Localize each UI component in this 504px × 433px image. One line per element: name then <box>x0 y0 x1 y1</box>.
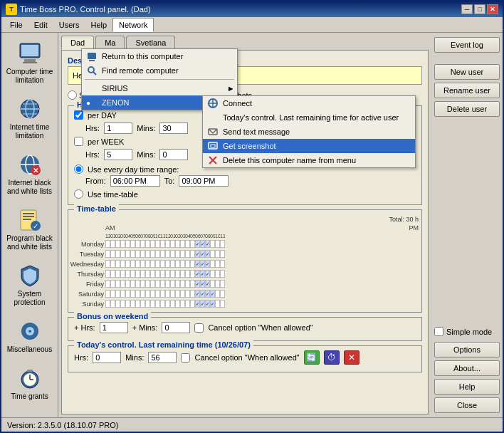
timetable-cell[interactable] <box>145 240 150 248</box>
timetable-cell[interactable] <box>185 260 190 268</box>
timetable-cell[interactable] <box>145 300 150 308</box>
timetable-cell[interactable] <box>190 290 195 298</box>
timetable-cell[interactable] <box>160 280 165 288</box>
timetable-cell[interactable]: ✓ <box>200 240 205 248</box>
timetable-cell[interactable] <box>115 280 120 288</box>
tc-green-btn[interactable]: 🔄 <box>304 350 320 365</box>
timetable-cell[interactable] <box>125 260 130 268</box>
timetable-cell[interactable] <box>175 300 180 308</box>
use-every-day-radio[interactable] <box>74 165 83 174</box>
timetable-cell[interactable] <box>115 300 120 308</box>
mins2-input[interactable] <box>159 149 188 160</box>
timetable-cell[interactable] <box>120 270 125 278</box>
menu-users[interactable]: Users <box>53 19 85 31</box>
ctx-send-message[interactable]: Send text message <box>203 125 415 139</box>
bonus-cancel-checkbox[interactable] <box>194 323 204 333</box>
timetable-cell[interactable] <box>175 280 180 288</box>
timetable-cell[interactable] <box>170 250 175 258</box>
timetable-cell[interactable] <box>135 250 140 258</box>
timetable-cell[interactable]: ✓ <box>205 270 210 278</box>
timetable-cell[interactable] <box>215 260 220 268</box>
timetable-cell[interactable] <box>170 280 175 288</box>
timetable-cell[interactable] <box>210 260 215 268</box>
timetable-cell[interactable]: ✓ <box>210 300 215 308</box>
timetable-cell[interactable]: ✓ <box>195 240 200 248</box>
per-week-checkbox[interactable] <box>74 137 83 146</box>
timetable-cell[interactable] <box>155 270 160 278</box>
timetable-cell[interactable] <box>150 260 155 268</box>
delete-user-button[interactable]: Delete user <box>434 101 500 117</box>
network-sirius[interactable]: SIRIUS ▶ <box>82 81 237 95</box>
timetable-cell[interactable]: ✓ <box>195 250 200 258</box>
timetable-cell[interactable] <box>175 290 180 298</box>
timetable-cell[interactable]: ✓ <box>205 300 210 308</box>
timetable-cell[interactable] <box>105 280 110 288</box>
timetable-cell[interactable] <box>165 250 170 258</box>
ctx-todays-control[interactable]: Today's control. Last remaining time for… <box>203 110 415 125</box>
ctx-get-screenshot[interactable]: Get screenshot <box>203 139 415 153</box>
timetable-cell[interactable] <box>130 280 135 288</box>
timetable-cell[interactable] <box>170 240 175 248</box>
tab-ma[interactable]: Ma <box>95 36 125 50</box>
timetable-cell[interactable]: ✓ <box>195 300 200 308</box>
timetable-cell[interactable] <box>220 280 225 288</box>
timetable-cell[interactable] <box>210 250 215 258</box>
per-day-checkbox[interactable] <box>74 110 83 120</box>
timetable-cell[interactable] <box>110 250 115 258</box>
timetable-cell[interactable] <box>215 280 220 288</box>
timetable-cell[interactable] <box>220 260 225 268</box>
timetable-cell[interactable] <box>130 260 135 268</box>
timetable-cell[interactable] <box>210 280 215 288</box>
timetable-cell[interactable] <box>110 240 115 248</box>
timetable-cell[interactable] <box>140 290 145 298</box>
timetable-cell[interactable]: ✓ <box>205 280 210 288</box>
timetable-cell[interactable] <box>175 270 180 278</box>
timetable-cell[interactable] <box>190 270 195 278</box>
timetable-cell[interactable] <box>130 300 135 308</box>
timetable-cell[interactable] <box>165 280 170 288</box>
timetable-cell[interactable] <box>165 300 170 308</box>
timetable-cell[interactable] <box>135 270 140 278</box>
network-return[interactable]: Return to this computer <box>82 49 237 63</box>
timetable-cell[interactable] <box>145 290 150 298</box>
timetable-cell[interactable] <box>165 270 170 278</box>
timetable-cell[interactable] <box>105 300 110 308</box>
timetable-cell[interactable] <box>155 250 160 258</box>
timetable-cell[interactable] <box>115 270 120 278</box>
timetable-cell[interactable] <box>140 240 145 248</box>
timetable-cell[interactable] <box>190 300 195 308</box>
timetable-cell[interactable] <box>185 280 190 288</box>
timetable-cell[interactable] <box>175 250 180 258</box>
timetable-cell[interactable] <box>165 290 170 298</box>
timetable-cell[interactable]: ✓ <box>210 290 215 298</box>
timetable-cell[interactable] <box>125 270 130 278</box>
rename-user-button[interactable]: Rename user <box>434 83 500 98</box>
timetable-cell[interactable] <box>170 260 175 268</box>
timetable-cell[interactable] <box>150 300 155 308</box>
timetable-cell[interactable] <box>220 270 225 278</box>
timetable-cell[interactable]: ✓ <box>195 290 200 298</box>
timetable-cell[interactable] <box>130 250 135 258</box>
timetable-cell[interactable] <box>160 260 165 268</box>
timetable-cell[interactable] <box>220 300 225 308</box>
timetable-cell[interactable] <box>140 260 145 268</box>
bonus-hrs-input[interactable] <box>100 322 128 333</box>
timetable-cell[interactable] <box>140 250 145 258</box>
timetable-cell[interactable] <box>115 290 120 298</box>
sidebar-item-internet-time[interactable]: Internet time limitation <box>3 91 56 145</box>
timetable-cell[interactable] <box>155 260 160 268</box>
timetable-cell[interactable] <box>120 240 125 248</box>
timetable-cell[interactable] <box>190 250 195 258</box>
timetable-cell[interactable] <box>125 250 130 258</box>
timetable-cell[interactable] <box>125 290 130 298</box>
timetable-cell[interactable] <box>215 270 220 278</box>
tc-blue-btn[interactable]: ⏱ <box>324 350 340 365</box>
menu-file[interactable]: File <box>4 19 28 31</box>
timetable-cell[interactable]: ✓ <box>195 260 200 268</box>
timetable-cell[interactable] <box>150 270 155 278</box>
timetable-cell[interactable] <box>185 300 190 308</box>
event-log-button[interactable]: Event log <box>434 37 500 53</box>
timetable-cell[interactable] <box>165 260 170 268</box>
sidebar-item-computer-time[interactable]: Computer time limitation <box>3 36 56 90</box>
timetable-cell[interactable] <box>135 260 140 268</box>
